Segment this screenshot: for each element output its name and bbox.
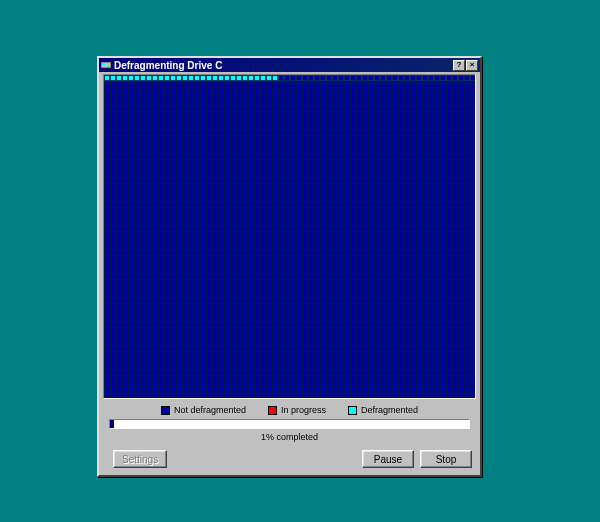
client-area: Not defragmented In progress Defragmente…: [99, 72, 480, 475]
defrag-window: Defragmenting Drive C ? × Not defragment…: [97, 56, 482, 477]
legend-label: Not defragmented: [174, 405, 246, 415]
titlebar[interactable]: Defragmenting Drive C ? ×: [99, 58, 480, 72]
progress-label: 1% completed: [99, 432, 480, 442]
svg-rect-2: [107, 66, 109, 67]
drive-map: [103, 74, 476, 399]
settings-button[interactable]: Settings: [113, 450, 167, 468]
svg-rect-1: [102, 63, 105, 65]
legend: Not defragmented In progress Defragmente…: [99, 405, 480, 415]
progress-bar: [109, 419, 470, 429]
square-icon: [348, 406, 357, 415]
button-row: Settings Pause Stop: [107, 450, 472, 468]
legend-defragmented: Defragmented: [348, 405, 418, 415]
legend-label: Defragmented: [361, 405, 418, 415]
window-title: Defragmenting Drive C: [114, 60, 452, 71]
legend-in-progress: In progress: [268, 405, 326, 415]
help-button[interactable]: ?: [453, 60, 465, 71]
pause-button[interactable]: Pause: [362, 450, 414, 468]
square-icon: [268, 406, 277, 415]
square-icon: [161, 406, 170, 415]
stop-button[interactable]: Stop: [420, 450, 472, 468]
legend-label: In progress: [281, 405, 326, 415]
progress-fill: [110, 420, 114, 428]
drive-map-body: [104, 81, 475, 398]
legend-not-defragmented: Not defragmented: [161, 405, 246, 415]
disk-icon: [101, 60, 111, 70]
close-button[interactable]: ×: [466, 60, 478, 71]
